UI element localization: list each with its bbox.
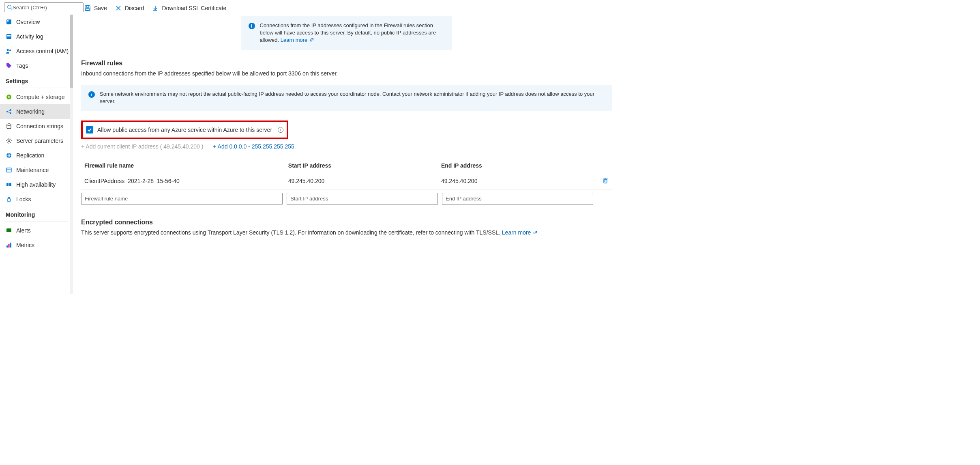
learn-more-tls-link[interactable]: Learn more xyxy=(502,229,537,236)
new-start-ip-input[interactable] xyxy=(287,193,438,205)
svg-rect-19 xyxy=(6,168,11,172)
nav-label: Replication xyxy=(16,152,44,159)
ha-icon xyxy=(6,181,12,188)
trash-icon xyxy=(602,177,609,184)
sidebar-search-input[interactable] xyxy=(13,4,81,11)
svg-point-16 xyxy=(7,124,11,125)
people-icon xyxy=(6,48,12,54)
cell-rule-name: ClientIPAddress_2021-2-28_15-56-40 xyxy=(84,178,288,184)
nav-label: Locks xyxy=(16,196,31,202)
cell-end-ip: 49.245.40.200 xyxy=(441,178,594,184)
table-row: ClientIPAddress_2021-2-28_15-56-40 49.24… xyxy=(81,173,612,189)
svg-rect-3 xyxy=(7,20,9,22)
svg-rect-5 xyxy=(7,35,11,36)
alerts-icon xyxy=(6,227,12,234)
svg-rect-29 xyxy=(86,6,89,7)
svg-point-17 xyxy=(8,140,10,142)
allow-azure-checkbox[interactable] xyxy=(86,126,93,133)
download-label: Download SSL Certificate xyxy=(162,5,226,11)
sidebar-item-server-parameters[interactable]: Server parameters xyxy=(0,133,73,148)
discard-button[interactable]: Discard xyxy=(111,2,148,15)
svg-rect-24 xyxy=(6,228,11,232)
toolbar: Save Discard Download SSL Certificate xyxy=(73,0,620,16)
nav-label: Metrics xyxy=(16,242,34,248)
svg-line-41 xyxy=(535,231,537,233)
nav-label: High availability xyxy=(16,181,56,188)
add-client-ip-button[interactable]: + Add current client IP address ( 49.245… xyxy=(81,143,203,150)
sidebar-item-networking[interactable]: Networking xyxy=(0,104,73,119)
sidebar-search[interactable] xyxy=(4,2,84,12)
nav-label: Networking xyxy=(16,108,45,115)
allow-azure-label: Allow public access from any Azure servi… xyxy=(97,127,272,133)
networking-icon xyxy=(6,108,12,115)
svg-point-8 xyxy=(9,50,11,51)
save-button[interactable]: Save xyxy=(80,2,111,15)
nav-label: Compute + storage xyxy=(16,94,64,100)
nav-label: Overview xyxy=(16,19,40,25)
add-full-range-button[interactable]: + Add 0.0.0.0 - 255.255.255.255 xyxy=(213,143,294,150)
search-icon xyxy=(7,4,13,10)
info-tooltip-icon[interactable]: i xyxy=(278,127,283,133)
sidebar-item-locks[interactable]: Locks xyxy=(0,192,73,207)
new-rule-name-input[interactable] xyxy=(81,193,283,205)
allow-azure-services-highlight: Allow public access from any Azure servi… xyxy=(81,121,288,139)
svg-point-10 xyxy=(8,96,10,98)
info-icon: i xyxy=(249,23,255,29)
col-end-ip: End IP address xyxy=(441,162,594,169)
firewall-rules-desc: Inbound connections from the IP addresse… xyxy=(81,70,612,77)
external-link-icon xyxy=(310,38,314,42)
new-end-ip-input[interactable] xyxy=(442,193,593,205)
svg-rect-26 xyxy=(9,244,10,248)
col-start-ip: Start IP address xyxy=(288,162,441,169)
info-firewall-access: i Connections from the IP addresses conf… xyxy=(241,16,452,50)
content-scroll[interactable]: i Connections from the IP addresses conf… xyxy=(73,16,620,294)
connection-icon xyxy=(6,123,12,129)
svg-rect-2 xyxy=(6,19,11,24)
sidebar-item-maintenance[interactable]: Maintenance xyxy=(0,163,73,177)
nav-label: Server parameters xyxy=(16,138,63,144)
nav-label: Activity log xyxy=(16,33,43,40)
sidebar-item-activity-log[interactable]: Activity log xyxy=(0,29,73,44)
sidebar-item-tags[interactable]: Tags xyxy=(0,58,73,73)
sidebar-item-metrics[interactable]: Metrics xyxy=(0,238,73,252)
cell-start-ip: 49.245.40.200 xyxy=(288,178,441,184)
firewall-rules-title: Firewall rules xyxy=(81,60,612,67)
info-text: Some network environments may not report… xyxy=(100,90,605,105)
table-new-row xyxy=(81,189,612,208)
nav-label: Connection strings xyxy=(16,123,63,129)
svg-rect-23 xyxy=(7,199,11,201)
delete-rule-button[interactable] xyxy=(602,177,609,185)
svg-rect-21 xyxy=(6,183,9,186)
sidebar-item-overview[interactable]: Overview xyxy=(0,15,73,29)
info-icon: i xyxy=(88,91,95,98)
learn-more-link[interactable]: Learn more xyxy=(281,37,314,43)
encrypted-conn-title: Encrypted connections xyxy=(81,219,612,226)
sidebar-section-monitoring: Monitoring xyxy=(0,207,73,220)
col-rule-name: Firewall rule name xyxy=(84,162,288,169)
sidebar-item-compute-storage[interactable]: Compute + storage xyxy=(0,90,73,104)
main-content: Save Discard Download SSL Certificate i … xyxy=(73,0,620,294)
sidebar-item-replication[interactable]: Replication xyxy=(0,148,73,163)
svg-line-1 xyxy=(11,9,13,10)
discard-icon xyxy=(115,5,122,11)
nav-label: Access control (IAM) xyxy=(16,48,69,54)
sidebar-item-high-availability[interactable]: High availability xyxy=(0,177,73,192)
svg-point-0 xyxy=(8,5,11,9)
sidebar-item-access-control[interactable]: Access control (IAM) xyxy=(0,44,73,58)
save-label: Save xyxy=(94,5,107,11)
nav-label: Maintenance xyxy=(16,167,49,173)
svg-rect-30 xyxy=(86,9,89,11)
sidebar-item-connection-strings[interactable]: Connection strings xyxy=(0,119,73,133)
sidebar-section-settings: Settings xyxy=(0,73,73,86)
download-cert-button[interactable]: Download SSL Certificate xyxy=(148,2,230,15)
log-icon xyxy=(6,33,12,40)
nav-label: Tags xyxy=(16,62,28,69)
globe-icon xyxy=(6,152,12,159)
svg-line-35 xyxy=(311,39,313,41)
sidebar-nav[interactable]: Overview Activity log Access control (IA… xyxy=(0,15,73,294)
gear-icon xyxy=(6,138,12,144)
sidebar-item-alerts[interactable]: Alerts xyxy=(0,223,73,238)
info-text: Connections from the IP addresses config… xyxy=(260,22,445,44)
lock-icon xyxy=(6,196,12,202)
sidebar-scrollbar[interactable] xyxy=(70,15,73,294)
